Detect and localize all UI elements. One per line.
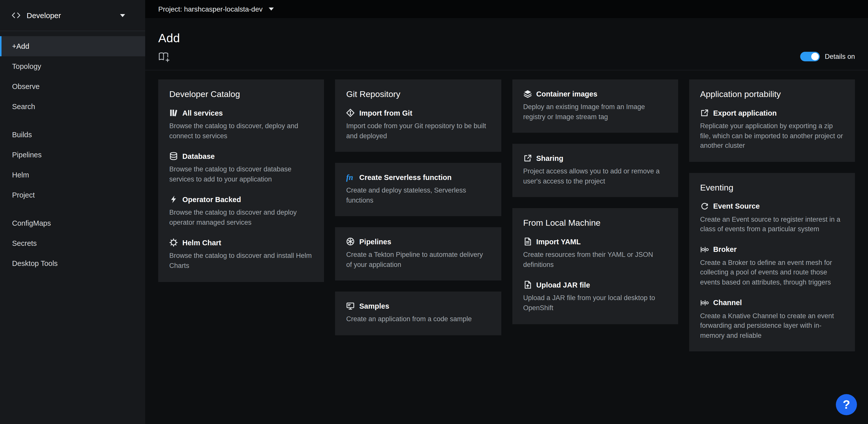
card-title: Eventing [700, 183, 844, 193]
toggle-knob [811, 53, 819, 60]
export-icon [700, 109, 709, 117]
add-item-container-images[interactable]: Container images Deploy an existing Imag… [523, 89, 667, 122]
card-developer-catalog[interactable]: Developer Catalog All services Browse th… [158, 79, 324, 282]
add-item-export-application[interactable]: Export application Replicate your applic… [700, 109, 844, 150]
pipelines-icon [346, 237, 355, 246]
add-item-pipelines[interactable]: Pipelines Create a Tekton Pipeline to au… [346, 237, 490, 270]
samples-icon [346, 302, 355, 310]
chevron-down-icon [269, 7, 274, 10]
sidebar-item-configmaps[interactable]: ConfigMaps [0, 213, 145, 233]
sidebar-nav: +Add Topology Observe Search Builds Pipe… [0, 31, 145, 274]
database-icon [169, 152, 178, 160]
add-item-all-services[interactable]: All services Browse the catalog to disco… [169, 109, 313, 141]
code-icon [11, 11, 21, 19]
card-title: Git Repository [346, 89, 490, 100]
add-item-event-source[interactable]: Event Source Create an Event source to r… [700, 202, 844, 234]
add-item-operator-backed[interactable]: Operator Backed Browse the catalog to di… [169, 195, 313, 227]
chevron-down-icon [120, 14, 125, 17]
card-title: Developer Catalog [169, 89, 313, 100]
details-toggle[interactable] [800, 52, 820, 61]
books-icon [169, 109, 178, 117]
add-page: Add Details on Developer Catalog [145, 18, 868, 424]
add-item-sharing[interactable]: Sharing Project access allows you to add… [523, 154, 667, 186]
page-header: Add Details on [145, 18, 868, 70]
card-serverless-function[interactable]: fn Create Serverless function Create and… [335, 163, 501, 216]
card-from-local-machine[interactable]: From Local Machine Import YAML Create re… [512, 208, 678, 324]
cards-column-3: Container images Deploy an existing Imag… [512, 79, 678, 324]
nav-group-resources: Builds Pipelines Helm Project [0, 125, 145, 205]
openshift-console: Developer +Add Topology Observe Search B… [0, 0, 868, 424]
bolt-icon [169, 195, 178, 204]
cards-column-1: Developer Catalog All services Browse th… [158, 79, 324, 282]
sidebar-item-desktop-tools[interactable]: Desktop Tools [0, 253, 145, 274]
quick-starts-icon[interactable] [158, 52, 170, 63]
card-application-portability[interactable]: Application portability Export applicati… [689, 79, 855, 162]
serverless-fn-icon: fn [346, 173, 355, 181]
add-item-create-serverless-function[interactable]: fn Create Serverless function Create and… [346, 173, 490, 205]
add-item-database[interactable]: Database Browse the catalog to discover … [169, 152, 313, 184]
card-title: From Local Machine [523, 219, 667, 228]
share-icon [523, 154, 532, 162]
helm-wheel-icon [169, 238, 178, 247]
page-title: Add [158, 31, 180, 45]
layers-icon [523, 89, 532, 98]
card-eventing[interactable]: Eventing Event Source Create an Event so… [689, 173, 855, 351]
nav-group-main: +Add Topology Observe Search [0, 36, 145, 117]
sidebar-item-secrets[interactable]: Secrets [0, 233, 145, 253]
card-sharing[interactable]: Sharing Project access allows you to add… [512, 144, 678, 197]
sidebar-item-project[interactable]: Project [0, 185, 145, 205]
broker-icon [700, 245, 709, 254]
sidebar-item-helm[interactable]: Helm [0, 165, 145, 185]
card-container-images[interactable]: Container images Deploy an existing Imag… [512, 79, 678, 133]
perspective-switcher[interactable]: Developer [0, 0, 145, 31]
add-item-samples[interactable]: Samples Create an application from a cod… [346, 302, 490, 324]
card-pipelines[interactable]: Pipelines Create a Tekton Pipeline to au… [335, 227, 501, 281]
add-item-import-from-git[interactable]: Import from Git Import code from your Gi… [346, 109, 490, 141]
details-toggle-label: Details on [825, 53, 855, 60]
sidebar-item-observe[interactable]: Observe [0, 77, 145, 96]
sidebar-item-builds[interactable]: Builds [0, 125, 145, 145]
cards-column-4: Application portability Export applicati… [689, 79, 855, 351]
file-icon [523, 237, 532, 246]
add-item-upload-jar-file[interactable]: Upload JAR file Upload a JAR file from y… [523, 281, 667, 313]
file-upload-icon [523, 281, 532, 289]
sidebar-item-topology[interactable]: Topology [0, 56, 145, 77]
cards-column-2: Git Repository Import from Git Import co… [335, 79, 501, 335]
sidebar-item-add[interactable]: +Add [0, 36, 145, 56]
card-git-repository[interactable]: Git Repository Import from Git Import co… [335, 79, 501, 152]
add-item-broker[interactable]: Broker Create a Broker to define an even… [700, 245, 844, 287]
event-source-icon [700, 202, 709, 210]
channel-icon [700, 298, 709, 307]
sidebar-item-pipelines[interactable]: Pipelines [0, 145, 145, 165]
add-item-channel[interactable]: Channel Create a Knative Channel to crea… [700, 298, 844, 340]
add-cards-grid: Developer Catalog All services Browse th… [145, 70, 868, 351]
sidebar-item-search[interactable]: Search [0, 96, 145, 117]
project-selector[interactable]: Project: harshcasper-localsta-dev [145, 0, 868, 18]
git-icon [346, 109, 355, 117]
card-samples[interactable]: Samples Create an application from a cod… [335, 292, 501, 335]
details-toggle-row: Details on [800, 52, 855, 61]
help-button[interactable]: ? [836, 394, 857, 415]
perspective-label: Developer [27, 11, 61, 20]
project-selector-label: Project: harshcasper-localsta-dev [158, 5, 263, 13]
card-title: Application portability [700, 89, 844, 100]
nav-group-config: ConfigMaps Secrets Desktop Tools [0, 213, 145, 274]
add-item-helm-chart[interactable]: Helm Chart Browse the catalog to discove… [169, 238, 313, 271]
sidebar: Developer +Add Topology Observe Search B… [0, 0, 145, 424]
main-area: Project: harshcasper-localsta-dev Add De… [145, 0, 868, 424]
add-item-import-yaml[interactable]: Import YAML Create resources from their … [523, 237, 667, 270]
